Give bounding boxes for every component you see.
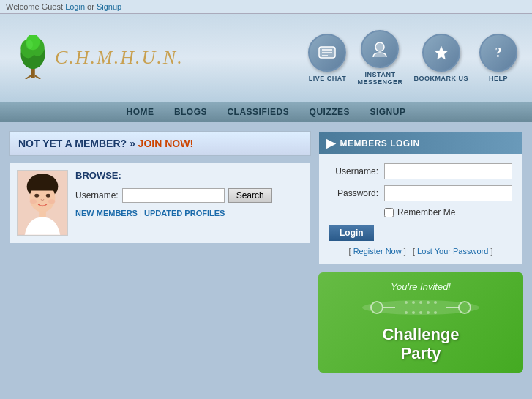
svg-line-2 xyxy=(35,75,40,79)
svg-point-12 xyxy=(375,42,384,51)
register-now-link[interactable]: Register Now xyxy=(353,247,402,256)
svg-point-29 xyxy=(412,301,415,304)
remember-me-checkbox[interactable] xyxy=(384,208,394,217)
login-username-row: Username: xyxy=(329,163,512,179)
svg-marker-13 xyxy=(435,46,448,59)
login-username-label: Username: xyxy=(329,166,384,176)
welcome-text: Welcome Guest xyxy=(6,2,63,11)
lost-password-link[interactable]: Lost Your Password xyxy=(417,247,488,256)
logo-text: C.H.M.H.U.N. xyxy=(55,47,184,69)
instant-messenger-label: INSTANT MESSENGER xyxy=(357,71,402,86)
new-members-link[interactable]: NEW MEMBERS xyxy=(75,209,138,217)
svg-point-28 xyxy=(405,301,408,304)
top-bar: Welcome Guest Login or Signup xyxy=(0,0,532,14)
remember-me-label: Remember Me xyxy=(397,207,455,217)
challenge-party-banner[interactable]: You're Invited! xyxy=(318,272,523,373)
live-chat-label: LIVE CHAT xyxy=(309,75,346,82)
bookmark-us-label: BOOKMARK US xyxy=(414,75,469,82)
svg-point-30 xyxy=(419,301,422,304)
logo-area: C.H.M.H.U.N. xyxy=(15,35,184,81)
updated-profiles-link[interactable]: UPDATED PROFILES xyxy=(144,209,225,217)
arrow-icon: ▶ xyxy=(326,136,336,150)
login-password-row: Password: xyxy=(329,185,512,201)
logo-tree xyxy=(15,35,51,81)
login-link[interactable]: Login xyxy=(65,2,85,11)
help-icon: ? xyxy=(479,34,517,72)
invite-text: You're Invited! xyxy=(327,281,514,292)
join-now-link[interactable]: JOIN NOW! xyxy=(138,138,193,149)
help-nav-item[interactable]: ? HELP xyxy=(479,34,517,82)
svg-point-19 xyxy=(46,194,50,198)
svg-point-22 xyxy=(48,199,56,204)
main-content: NOT YET A MEMBER? » JOIN NOW! xyxy=(0,122,532,381)
browse-username-input[interactable] xyxy=(122,188,225,203)
header: C.H.M.H.U.N. LIVE CHAT INS xyxy=(0,14,532,102)
nav-home[interactable]: HOME xyxy=(127,107,154,117)
login-password-label: Password: xyxy=(329,188,384,198)
instant-messenger-nav-item[interactable]: INSTANT MESSENGER xyxy=(357,30,402,86)
login-form: Username: Password: Remember Me Login [ … xyxy=(319,154,522,264)
join-banner: NOT YET A MEMBER? » JOIN NOW! xyxy=(9,131,311,156)
bookmark-icon xyxy=(422,34,460,72)
username-label: Username: xyxy=(75,190,119,201)
search-button[interactable]: Search xyxy=(228,188,272,203)
bookmark-us-nav-item[interactable]: BOOKMARK US xyxy=(414,34,469,82)
login-links: [ Register Now ] [ Lost Your Password ] xyxy=(329,247,512,256)
instant-messenger-icon xyxy=(361,30,399,68)
svg-point-7 xyxy=(26,40,33,49)
svg-point-33 xyxy=(405,311,408,314)
svg-point-34 xyxy=(412,311,415,314)
browse-photo xyxy=(17,170,68,236)
challenge-title: You're Invited! ChallengeParty xyxy=(327,325,514,364)
live-chat-nav-item[interactable]: LIVE CHAT xyxy=(308,34,346,82)
help-label: HELP xyxy=(489,75,508,82)
svg-point-31 xyxy=(427,301,430,304)
nav-bar: HOME BLOGS CLASSIFIEDS QUIZZES SIGNUP xyxy=(0,102,532,122)
svg-rect-20 xyxy=(39,211,46,218)
svg-point-18 xyxy=(34,194,39,198)
svg-line-1 xyxy=(26,75,31,79)
svg-point-35 xyxy=(419,311,422,314)
signup-link[interactable]: Signup xyxy=(97,2,121,11)
members-login-title: MEMBERS LOGIN xyxy=(340,138,420,149)
browse-form-area: BROWSE: Username: Search NEW MEMBERS | U… xyxy=(75,170,303,236)
svg-point-36 xyxy=(427,311,430,314)
nav-quizzes[interactable]: QUIZZES xyxy=(310,107,351,117)
login-button[interactable]: Login xyxy=(329,225,374,241)
username-row: Username: Search xyxy=(75,188,303,203)
browse-section: BROWSE: Username: Search NEW MEMBERS | U… xyxy=(9,162,311,244)
member-links: NEW MEMBERS | UPDATED PROFILES xyxy=(75,209,303,217)
svg-point-21 xyxy=(30,199,37,204)
nav-blogs[interactable]: BLOGS xyxy=(174,107,207,117)
login-password-input[interactable] xyxy=(384,185,512,201)
members-login-header: ▶ MEMBERS LOGIN xyxy=(319,132,522,154)
browse-label: BROWSE: xyxy=(75,170,303,181)
nav-classifieds[interactable]: CLASSIFIEDS xyxy=(227,107,289,117)
remember-me-row: Remember Me xyxy=(384,207,512,217)
nav-signup[interactable]: SIGNUP xyxy=(370,107,405,117)
login-button-row: Login xyxy=(329,225,512,241)
left-panel: NOT YET A MEMBER? » JOIN NOW! xyxy=(9,131,311,373)
svg-text:?: ? xyxy=(495,45,502,60)
or-text: or xyxy=(87,2,97,11)
join-banner-title: NOT YET A MEMBER? » JOIN NOW! xyxy=(18,138,301,149)
svg-point-37 xyxy=(434,311,437,314)
members-login-box: ▶ MEMBERS LOGIN Username: Password: Reme… xyxy=(318,131,523,265)
live-chat-icon xyxy=(308,34,346,72)
login-username-input[interactable] xyxy=(384,163,512,179)
svg-point-32 xyxy=(434,301,437,304)
nav-icons: LIVE CHAT INSTANT MESSENGER BOOKMARK US xyxy=(308,30,517,86)
right-panel: ▶ MEMBERS LOGIN Username: Password: Reme… xyxy=(318,131,523,373)
